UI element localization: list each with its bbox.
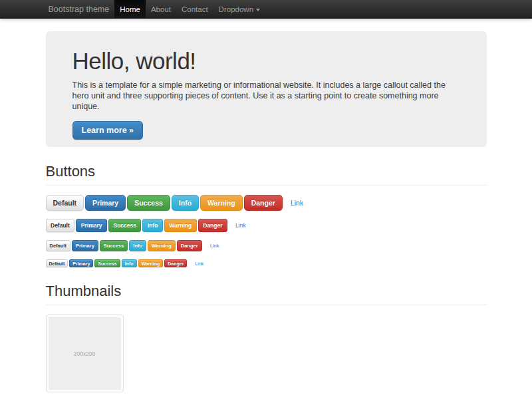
danger-button-xs[interactable]: Danger (164, 259, 187, 267)
success-button-default[interactable]: Success (108, 219, 142, 232)
nav-item-home-label: Home (120, 0, 140, 19)
placeholder-image: 200x200 (49, 317, 121, 390)
nav-item-contact-label: Contact (182, 0, 208, 19)
danger-button-small[interactable]: Danger (177, 240, 202, 251)
danger-button-large[interactable]: Danger (244, 195, 283, 211)
link-button-default[interactable]: Link (235, 222, 246, 229)
thumbnail-item[interactable]: 200x200 (46, 315, 124, 392)
button-row-default: Default Primary Success Info Warning Dan… (46, 219, 487, 232)
link-button-large[interactable]: Link (291, 199, 303, 207)
danger-button-default[interactable]: Danger (198, 219, 227, 232)
buttons-section-title: Buttons (46, 164, 487, 180)
nav-item-about-label: About (151, 0, 171, 19)
buttons-section-header: Buttons (46, 164, 487, 186)
learn-more-button[interactable]: Learn more » (72, 121, 144, 140)
primary-button-default[interactable]: Primary (76, 219, 107, 232)
warning-button-large[interactable]: Warning (200, 195, 243, 211)
link-button-xs[interactable]: Link (195, 261, 203, 266)
hero-description: This is a template for a simple marketin… (72, 80, 457, 112)
info-button-xs[interactable]: Info (122, 259, 137, 267)
hero-title: Hello, world! (72, 49, 460, 74)
caret-down-icon (256, 9, 260, 11)
primary-button-large[interactable]: Primary (85, 195, 126, 211)
warning-button-small[interactable]: Warning (148, 240, 176, 251)
success-button-xs[interactable]: Success (94, 259, 120, 267)
nav-item-contact[interactable]: Contact (176, 0, 213, 19)
placeholder-image-label: 200x200 (74, 350, 96, 357)
button-row-large: Default Primary Success Info Warning Dan… (46, 195, 487, 211)
primary-button-xs[interactable]: Primary (69, 259, 93, 267)
nav-item-dropdown-label: Dropdown (219, 0, 253, 19)
link-button-small[interactable]: Link (210, 243, 219, 249)
top-navbar: Bootstrap theme Home About Contact Dropd… (0, 0, 532, 19)
nav-item-dropdown[interactable]: Dropdown (213, 0, 265, 19)
navbar-menu: Home About Contact Dropdown (114, 0, 265, 19)
button-row-extra-small: Default Primary Success Info Warning Dan… (46, 259, 487, 267)
info-button-default[interactable]: Info (142, 219, 163, 232)
thumbnails-section-title: Thumbnails (46, 283, 487, 299)
default-button-default[interactable]: Default (46, 219, 75, 232)
brand-link[interactable]: Bootstrap theme (46, 0, 112, 19)
primary-button-small[interactable]: Primary (72, 240, 98, 251)
hero-unit: Hello, world! This is a template for a s… (46, 31, 487, 147)
main-container: Hello, world! This is a template for a s… (46, 31, 487, 392)
success-button-large[interactable]: Success (127, 195, 170, 211)
thumbnails-section-header: Thumbnails (46, 283, 487, 305)
nav-item-home[interactable]: Home (114, 0, 146, 19)
navbar-container: Bootstrap theme Home About Contact Dropd… (46, 0, 487, 19)
default-button-large[interactable]: Default (46, 195, 84, 211)
default-button-xs[interactable]: Default (46, 259, 68, 267)
info-button-large[interactable]: Info (172, 195, 199, 211)
info-button-small[interactable]: Info (129, 240, 146, 251)
nav-item-about[interactable]: About (146, 0, 176, 19)
warning-button-default[interactable]: Warning (164, 219, 197, 232)
button-row-small: Default Primary Success Info Warning Dan… (46, 240, 487, 251)
warning-button-xs[interactable]: Warning (138, 259, 164, 267)
success-button-small[interactable]: Success (100, 240, 128, 251)
default-button-small[interactable]: Default (46, 240, 70, 251)
